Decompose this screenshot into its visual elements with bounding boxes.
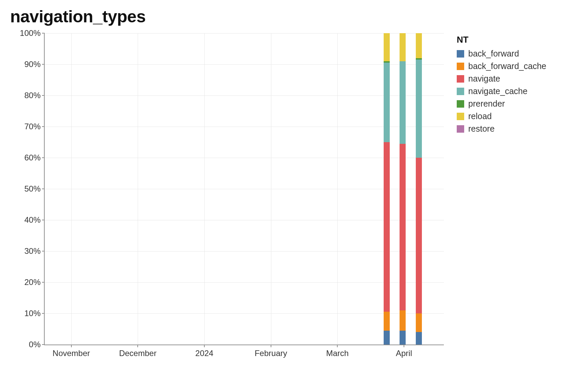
bar-segment-back_forward (416, 332, 422, 345)
legend-title: NT (457, 35, 546, 45)
bar-segment-back_forward_cache (384, 312, 390, 330)
x-tick-label: 2024 (195, 349, 213, 358)
bar-segment-back_forward (384, 331, 390, 345)
x-tick-label: November (52, 349, 90, 358)
x-tick-label: December (119, 349, 157, 358)
legend-item-navigate: navigate (457, 73, 546, 85)
y-tick-mark (42, 220, 45, 220)
bar-segment-reload (416, 33, 422, 58)
legend-label: prerender (468, 98, 505, 110)
legend-item-back_forward: back_forward (457, 48, 546, 60)
gridline-v (337, 33, 338, 345)
bar-segment-navigate_cache (416, 60, 422, 158)
bar-segment-navigate (400, 144, 406, 310)
y-tick-label: 70% (24, 122, 41, 131)
y-tick-mark (42, 189, 45, 189)
bar-group (400, 33, 406, 345)
legend-swatch (457, 50, 464, 58)
legend: NT back_forwardback_forward_cachenavigat… (457, 33, 546, 135)
y-tick-mark (42, 33, 45, 34)
legend-label: navigate_cache (468, 85, 527, 97)
x-tick-mark (204, 345, 205, 347)
legend-label: back_forward (468, 48, 519, 60)
x-tick-mark (337, 345, 338, 347)
legend-item-back_forward_cache: back_forward_cache (457, 60, 546, 72)
legend-swatch (457, 113, 464, 120)
bar-segment-navigate (416, 158, 422, 313)
y-tick-label: 60% (24, 153, 41, 162)
y-tick-label: 40% (24, 215, 41, 225)
legend-swatch (457, 100, 464, 108)
y-tick-label: 80% (24, 91, 41, 100)
y-tick-mark (42, 344, 45, 345)
y-tick-mark (42, 251, 45, 251)
x-tick-mark (271, 345, 271, 347)
y-tick-label: 100% (20, 28, 41, 38)
y-tick-mark (42, 157, 45, 158)
legend-swatch (457, 75, 464, 83)
bar-segment-reload (384, 33, 390, 61)
bar-segment-back_forward (400, 331, 406, 345)
bar-segment-reload (400, 33, 406, 61)
bar-segment-navigate_cache (400, 61, 406, 144)
y-tick-mark (42, 64, 45, 65)
legend-swatch (457, 125, 464, 133)
y-tick-mark (42, 126, 45, 127)
bar-segment-back_forward_cache (400, 310, 406, 331)
bar-group (416, 33, 422, 345)
bar-group (384, 33, 390, 345)
legend-item-prerender: prerender (457, 98, 546, 110)
legend-item-restore: restore (457, 123, 546, 135)
legend-item-reload: reload (457, 110, 546, 122)
gridline-v (71, 33, 72, 345)
y-tick-label: 0% (29, 340, 41, 349)
x-tick-mark (71, 345, 72, 347)
x-tick-mark (404, 345, 404, 347)
bar-segment-navigate (384, 142, 390, 312)
x-tick-mark (137, 345, 138, 347)
x-tick-label: February (255, 349, 287, 358)
y-tick-label: 10% (24, 309, 41, 318)
gridline-v (204, 33, 205, 345)
y-tick-label: 30% (24, 246, 41, 256)
y-tick-mark (42, 95, 45, 96)
legend-label: restore (468, 123, 495, 135)
legend-label: reload (468, 110, 492, 122)
chart-area: 0%10%20%30%40%50%60%70%80%90%100% Novemb… (10, 33, 443, 365)
y-axis: 0%10%20%30%40%50%60%70%80%90%100% (10, 33, 41, 345)
bar-segment-back_forward_cache (416, 313, 422, 332)
legend-item-navigate_cache: navigate_cache (457, 85, 546, 97)
legend-label: navigate (468, 73, 500, 85)
gridline-v (271, 33, 271, 345)
y-tick-mark (42, 282, 45, 283)
y-tick-mark (42, 313, 45, 314)
x-tick-label: March (326, 349, 349, 358)
y-tick-label: 20% (24, 278, 41, 287)
bar-segment-navigate_cache (384, 63, 390, 142)
chart-title: navigation_types (10, 7, 578, 26)
legend-swatch (457, 63, 464, 70)
y-tick-label: 50% (24, 184, 41, 194)
plot-area: NovemberDecember2024FebruaryMarchApril (44, 33, 444, 345)
y-tick-label: 90% (24, 60, 41, 69)
x-tick-label: April (396, 349, 412, 358)
legend-label: back_forward_cache (468, 60, 546, 72)
legend-swatch (457, 88, 464, 95)
gridline-v (138, 33, 138, 345)
